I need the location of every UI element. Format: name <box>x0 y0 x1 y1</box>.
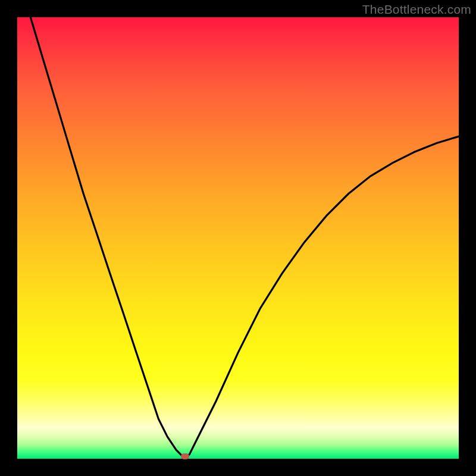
bottleneck-curve <box>17 17 459 459</box>
plot-area <box>17 17 459 459</box>
optimal-point-marker <box>181 453 189 459</box>
watermark-text: TheBottleneck.com <box>362 2 471 17</box>
